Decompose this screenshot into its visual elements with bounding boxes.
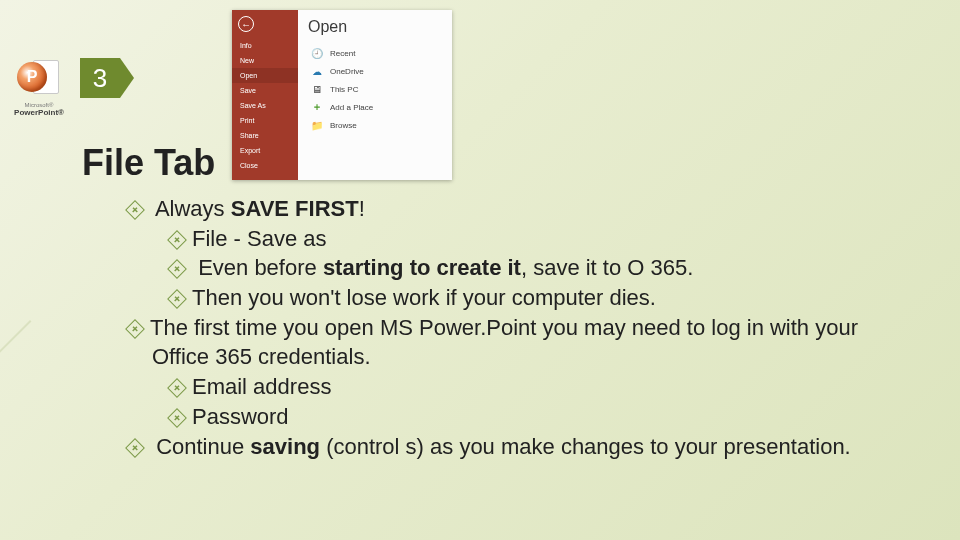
bs-opt-addplace: ＋Add a Place bbox=[308, 98, 442, 116]
slide-body: Always SAVE FIRST! File - Save as Even b… bbox=[128, 194, 920, 461]
bullet-1-1: File - Save as bbox=[170, 224, 920, 254]
bs-item-info: Info bbox=[232, 38, 298, 53]
powerpoint-icon: P bbox=[17, 56, 61, 100]
backstage-menu: ← Info New Open Save Save As Print Share… bbox=[232, 10, 298, 180]
bullet-1: Always SAVE FIRST! bbox=[128, 194, 920, 224]
backstage-screenshot: ← Info New Open Save Save As Print Share… bbox=[232, 10, 452, 180]
pp-letter: P bbox=[17, 62, 47, 92]
back-arrow-icon: ← bbox=[238, 16, 254, 32]
pc-icon: 🖥 bbox=[310, 83, 324, 95]
backstage-title: Open bbox=[308, 18, 442, 36]
bs-item-saveas: Save As bbox=[232, 98, 298, 113]
bullet-2-2: Password bbox=[170, 402, 920, 432]
bs-item-save: Save bbox=[232, 83, 298, 98]
bullet-2: The first time you open MS Power.Point y… bbox=[128, 313, 920, 372]
clock-icon: 🕘 bbox=[310, 47, 324, 59]
cloud-icon: ☁ bbox=[310, 65, 324, 77]
bs-item-close: Close bbox=[232, 158, 298, 173]
bs-item-print: Print bbox=[232, 113, 298, 128]
slide: P Microsoft® PowerPoint® 3 ← Info New Op… bbox=[0, 0, 960, 540]
bs-item-open: Open bbox=[232, 68, 298, 83]
bullet-3: Continue saving (control s) as you make … bbox=[128, 432, 920, 462]
brand-label: Microsoft® PowerPoint® bbox=[8, 102, 70, 117]
plus-icon: ＋ bbox=[310, 101, 324, 113]
bs-opt-onedrive: ☁OneDrive bbox=[308, 62, 442, 80]
page-title: File Tab bbox=[82, 142, 215, 184]
bs-item-new: New bbox=[232, 53, 298, 68]
bs-opt-thispc: 🖥This PC bbox=[308, 80, 442, 98]
bullet-1-3: Then you won't lose work if your compute… bbox=[170, 283, 920, 313]
bs-item-share: Share bbox=[232, 128, 298, 143]
slide-number: 3 bbox=[80, 58, 120, 98]
folder-icon: 📁 bbox=[310, 119, 324, 131]
bs-item-export: Export bbox=[232, 143, 298, 158]
bs-opt-recent: 🕘Recent bbox=[308, 44, 442, 62]
bs-opt-browse: 📁Browse bbox=[308, 116, 442, 134]
bullet-1-2: Even before starting to create it, save … bbox=[170, 253, 920, 283]
backstage-panel: Open 🕘Recent ☁OneDrive 🖥This PC ＋Add a P… bbox=[298, 10, 452, 180]
bullet-2-1: Email address bbox=[170, 372, 920, 402]
powerpoint-logo: P Microsoft® PowerPoint® bbox=[8, 56, 70, 117]
